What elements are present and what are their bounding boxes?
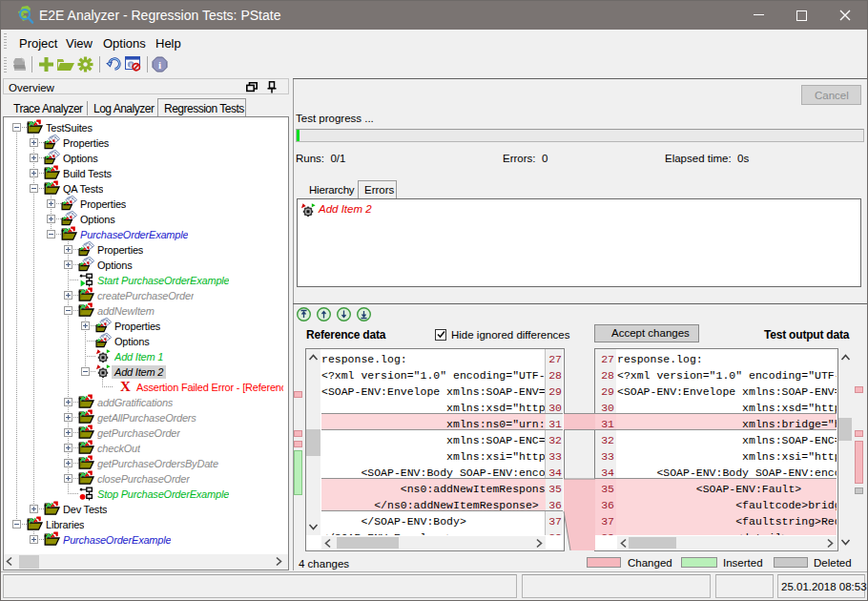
svg-text:X: X xyxy=(120,379,131,394)
svg-text:i: i xyxy=(130,61,132,68)
svg-text:i: i xyxy=(158,59,161,71)
